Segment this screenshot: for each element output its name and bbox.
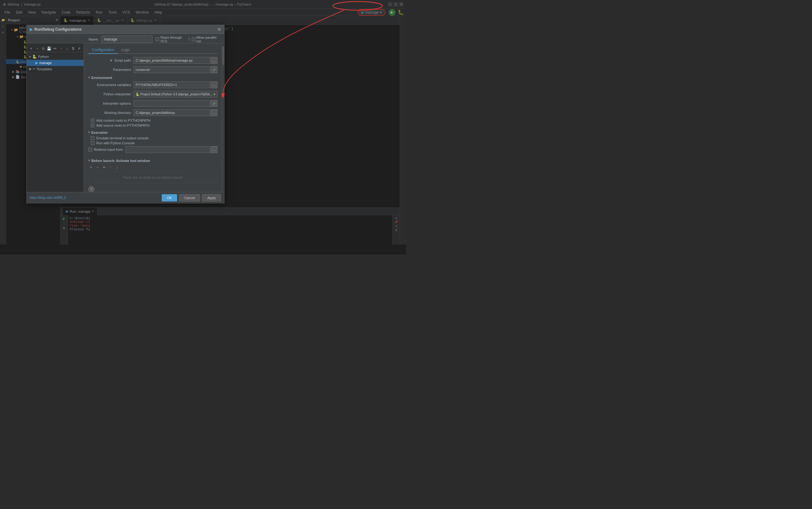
modal-footer: https://blog.csdn.net/Bill_6 OK Cancel A… xyxy=(27,192,224,203)
share-vcs-label: Share through VCS xyxy=(160,36,187,43)
modal-overlay: ▶ Run/Debug Configurations ✕ Name: Share… xyxy=(0,0,406,254)
working-dir-input[interactable] xyxy=(133,109,210,116)
interpreter-options-row: Interpreter options: ⤢ xyxy=(88,100,217,107)
templates-expand-icon: ▶ xyxy=(29,67,32,71)
up-launch-task-button[interactable]: ↑ xyxy=(108,164,113,170)
no-launch-tasks: There are no tasks to run before launch xyxy=(88,171,217,183)
down-launch-task-button[interactable]: ↓ xyxy=(114,164,120,170)
environment-toggle[interactable]: ▾ xyxy=(88,75,90,79)
footer-help-link[interactable]: https://blog.csdn.net/Bill_6 xyxy=(30,196,66,199)
parameters-expand-button[interactable]: ⤢ xyxy=(211,66,217,73)
working-dir-browse-button[interactable]: … xyxy=(211,109,217,116)
script-path-label: ▾ Script path: xyxy=(88,59,132,63)
before-launch-header: ▾ Before launch: Activate tool window xyxy=(88,159,217,163)
interpreter-options-input[interactable] xyxy=(133,100,210,107)
share-vcs-help-icon[interactable]: ? xyxy=(188,37,190,41)
script-path-dropdown[interactable]: ▾ xyxy=(110,59,112,62)
add-content-roots-checkbox[interactable]: ✓ xyxy=(91,118,95,122)
scroll-thumb[interactable] xyxy=(222,46,224,65)
ok-button[interactable]: OK xyxy=(162,194,177,202)
apply-button[interactable]: Apply xyxy=(202,194,221,202)
interpreter-icon: 🐍 xyxy=(136,93,139,96)
add-source-roots-checkbox[interactable]: ✓ xyxy=(91,124,95,127)
script-path-input-container: … xyxy=(133,57,217,64)
run-debug-configurations-modal: ▶ Run/Debug Configurations ✕ Name: Share… xyxy=(26,25,225,203)
copy-config-button[interactable]: ⎘ xyxy=(41,46,46,52)
redirect-input-container: … xyxy=(126,146,217,153)
save-config-button[interactable]: 💾 xyxy=(46,46,52,52)
interpreter-row: Python interpreter: 🐍 Project Default (P… xyxy=(88,91,217,98)
remove-launch-task-button[interactable]: − xyxy=(95,164,100,170)
environment-section-header: ▾ Environment xyxy=(88,75,217,79)
execution-label: Execution xyxy=(91,131,108,134)
modal-name-input[interactable] xyxy=(102,36,153,43)
modal-right-panel: Configuration Logs ▾ Script path: … xyxy=(84,43,222,192)
interpreter-options-container: ⤢ xyxy=(133,100,217,107)
modal-tree-python-label: Python xyxy=(38,55,48,59)
help-button[interactable]: ? xyxy=(88,186,95,192)
env-vars-input[interactable] xyxy=(133,81,210,88)
add-content-roots-row: ✓ Add content roots to PYTHONPATH xyxy=(88,118,217,122)
run-python-console-checkbox[interactable] xyxy=(91,141,95,145)
remove-config-button[interactable]: − xyxy=(34,46,40,52)
cancel-button[interactable]: Cancel xyxy=(179,194,200,202)
down-config-button[interactable]: ↓ xyxy=(64,46,70,52)
env-vars-input-container: … xyxy=(133,81,217,88)
interpreter-options-expand-button[interactable]: ⤢ xyxy=(211,100,217,107)
modal-left-panel: + − ⎘ 💾 ✏ ↑ ↓ ⇅ ↗ ▾ 🐍 Python ▶ xyxy=(27,43,84,192)
share-vcs-checkbox[interactable] xyxy=(156,37,159,41)
modal-name-label: Name: xyxy=(89,37,99,41)
add-content-roots-label: Add content roots to PYTHONPATH xyxy=(96,118,150,122)
add-config-button[interactable]: + xyxy=(29,46,34,52)
run-python-console-row: Run with Python Console xyxy=(88,141,217,145)
working-dir-label: Working directory: xyxy=(88,111,132,114)
up-config-button[interactable]: ↑ xyxy=(59,46,64,52)
python-lang-icon: 🐍 xyxy=(32,55,37,59)
tab-logs[interactable]: Logs xyxy=(118,46,133,54)
redirect-input-checkbox[interactable] xyxy=(88,148,92,151)
run-python-console-label: Run with Python Console xyxy=(96,141,135,145)
script-path-row: ▾ Script path: … xyxy=(88,57,217,64)
modal-tree-toolbar: + − ⎘ 💾 ✏ ↑ ↓ ⇅ ↗ xyxy=(27,45,83,52)
modal-title-bar: ▶ Run/Debug Configurations ✕ xyxy=(27,25,224,34)
working-dir-row: Working directory: … xyxy=(88,109,217,116)
working-dir-container: … xyxy=(133,109,217,116)
interpreter-select[interactable]: 🐍 Project Default (Python 3.6 (django_pr… xyxy=(133,91,217,98)
parameters-input[interactable] xyxy=(133,66,210,73)
interpreter-dropdown-icon[interactable]: ▾ xyxy=(214,93,215,96)
env-vars-browse-button[interactable]: … xyxy=(211,81,217,88)
script-path-browse-button[interactable]: … xyxy=(211,57,217,64)
before-launch-section: ▾ Before launch: Activate tool window + … xyxy=(88,159,217,183)
redirect-input-field[interactable] xyxy=(126,146,210,153)
edit-launch-task-button[interactable]: ✏ xyxy=(101,164,107,170)
add-launch-task-button[interactable]: + xyxy=(88,164,94,170)
script-path-input[interactable] xyxy=(133,57,210,64)
move-config-button[interactable]: ↗ xyxy=(76,46,82,52)
emulate-terminal-checkbox[interactable] xyxy=(91,136,95,140)
before-launch-label: Before launch: Activate tool window xyxy=(91,159,150,163)
modal-scrollbar[interactable] xyxy=(222,43,224,192)
allow-parallel-checkbox[interactable] xyxy=(192,37,195,41)
edit-config-button[interactable]: ✏ xyxy=(52,46,58,52)
redirect-input-browse-button[interactable]: … xyxy=(211,146,217,153)
interpreter-value: Project Default (Python 3.6 (django_proj… xyxy=(140,93,213,96)
modal-tree-templates[interactable]: ▶ ✂ Templates xyxy=(27,66,83,72)
interpreter-label: Python interpreter: xyxy=(88,92,132,96)
manage-run-icon: ▶ xyxy=(35,61,38,65)
before-launch-toggle[interactable]: ▾ xyxy=(88,159,90,163)
modal-tree-manage[interactable]: ▶ manage xyxy=(27,60,83,66)
modal-close-button[interactable]: ✕ xyxy=(217,27,221,32)
tab-configuration[interactable]: Configuration xyxy=(88,46,118,54)
interpreter-options-label: Interpreter options: xyxy=(88,102,132,105)
modal-icon: ▶ xyxy=(30,27,33,32)
emulate-terminal-row: Emulate terminal in output console xyxy=(88,136,217,140)
sort-config-button[interactable]: ⇅ xyxy=(70,46,75,52)
redirect-input-row: Redirect input from: … xyxy=(88,146,217,153)
env-vars-row: Environment variables: … xyxy=(88,81,217,88)
modal-tree-python[interactable]: ▾ 🐍 Python xyxy=(27,54,83,60)
add-source-roots-label: Add source roots to PYTHONPATH xyxy=(96,124,149,127)
execution-toggle[interactable]: ▾ xyxy=(88,130,90,134)
no-tasks-label: There are no tasks to run before launch xyxy=(123,175,183,179)
modal-tree-manage-label: manage xyxy=(39,61,52,65)
add-source-roots-row: ✓ Add source roots to PYTHONPATH xyxy=(88,124,217,127)
